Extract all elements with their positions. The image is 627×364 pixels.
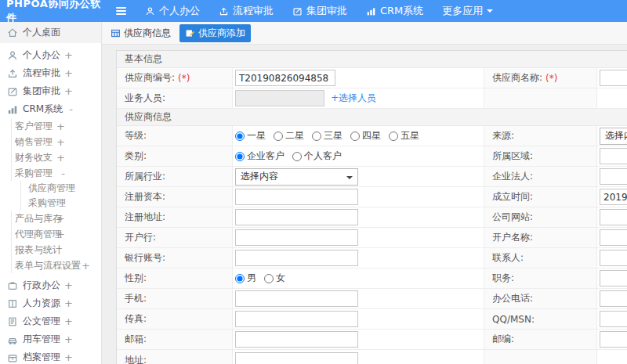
top-bar: PHPOA协同办公软件 个人办公 流程审批 集团审批 CRM系统 更多应用 (0, 0, 627, 22)
bank-account-input[interactable] (235, 250, 358, 266)
menu-process-approval[interactable]: 流程审批 (219, 4, 274, 18)
sidebar-item-supplier-mgmt[interactable]: 供应商管理 (20, 181, 101, 196)
radio-option[interactable]: 二星 (274, 129, 304, 142)
sidebar-item-reports[interactable]: 报表与统计 (11, 242, 101, 258)
expand-icon[interactable]: + (56, 213, 65, 225)
sidebar-item-agent-mgmt[interactable]: 代理商管理 + (11, 226, 101, 242)
expand-icon[interactable]: + (64, 351, 73, 363)
collapse-icon[interactable]: - (61, 168, 65, 179)
radio-option[interactable]: 女 (264, 272, 285, 285)
choose-person-link[interactable]: +选择人员 (331, 92, 376, 105)
field-label: 公司网站: (484, 207, 597, 227)
form-row: 等级: 一星 二星 三星 四星 五星 来源: 选择内容 (117, 126, 627, 146)
sidebar-item-crm-system[interactable]: CRM系统 - (0, 100, 101, 118)
sidebar-item-purchase-mgmt[interactable]: 采购管理 - (11, 165, 101, 181)
collapse-icon[interactable]: - (69, 103, 73, 115)
sidebar-item-personal-desktop[interactable]: 个人桌面 (0, 22, 101, 43)
account-name-input[interactable] (600, 229, 627, 246)
office-phone-input[interactable] (600, 290, 627, 307)
field-label: 开户行: (117, 228, 233, 247)
expand-icon[interactable]: + (64, 49, 73, 61)
radio-option[interactable]: 四星 (350, 129, 381, 142)
radio-input[interactable] (235, 132, 245, 141)
sidebar: 个人桌面 个人办公 + 流程审批 + 集团审批 + CRM系统 - 客户管理 +… (0, 22, 102, 364)
radio-input[interactable] (350, 132, 360, 141)
menu-group-approval[interactable]: 集团审批 (292, 4, 347, 18)
radio-option[interactable]: 男 (235, 272, 256, 285)
expand-icon[interactable]: + (64, 297, 73, 309)
tab-supplier-info[interactable]: 供应商信息 (105, 24, 176, 42)
supplier-name-input[interactable] (600, 70, 627, 86)
sidebar-item-purchase-sub[interactable]: 采购管理 (20, 196, 101, 211)
radio-option[interactable]: 三星 (312, 129, 342, 142)
expand-icon[interactable]: + (64, 333, 73, 345)
sidebar-item-finance[interactable]: 财务收支 + (11, 150, 101, 165)
expand-icon[interactable]: + (56, 152, 65, 164)
sidebar-item-process-approval[interactable]: 流程审批 + (0, 64, 101, 82)
menu-more-apps[interactable]: 更多应用 (442, 4, 493, 18)
expand-icon[interactable]: + (56, 136, 65, 148)
form-row: 银行账号: 联系人: (117, 248, 627, 268)
radio-option[interactable]: 一星 (235, 129, 266, 142)
registered-address-input[interactable] (235, 209, 358, 225)
sidebar-item-group-approval[interactable]: 集团审批 + (0, 82, 101, 100)
chart-icon (7, 104, 18, 115)
address-input[interactable] (235, 352, 358, 364)
radio-input[interactable] (292, 152, 302, 161)
empty-field-cell (597, 88, 627, 108)
region-input[interactable] (600, 148, 627, 164)
radio-input[interactable] (389, 132, 398, 141)
expand-icon[interactable]: + (56, 121, 65, 132)
expand-icon[interactable]: + (64, 67, 73, 79)
sidebar-item-customer-mgmt[interactable]: 客户管理 + (11, 118, 101, 134)
radio-input[interactable] (235, 152, 245, 161)
field-label: 传真: (117, 309, 233, 329)
postcode-input[interactable] (600, 331, 627, 348)
fax-input[interactable] (235, 311, 358, 327)
tab-supplier-add[interactable]: 供应商添加 (179, 24, 251, 42)
menu-crm-system[interactable]: CRM系统 (366, 4, 423, 18)
sidebar-item-product-inventory[interactable]: 产品与库存 + (11, 211, 101, 226)
menu-personal-office[interactable]: 个人办公 (145, 4, 200, 18)
radio-input[interactable] (312, 132, 321, 141)
form-row: 手机: 办公电话: (117, 289, 627, 309)
radio-option[interactable]: 个人客户 (292, 150, 342, 163)
radio-option[interactable]: 五星 (389, 129, 419, 142)
car-icon (7, 334, 18, 345)
sidebar-item-sales-mgmt[interactable]: 销售管理 + (11, 134, 101, 150)
sidebar-item-form-process-settings[interactable]: 表单与流程设置 + (11, 258, 101, 273)
field-label: 银行账号: (117, 248, 233, 268)
radio-option[interactable]: 企业客户 (235, 150, 285, 163)
sidebar-item-personal-office[interactable]: 个人办公 + (0, 46, 101, 64)
qq-msn-input[interactable] (600, 311, 627, 327)
sidebar-item-archive-mgmt[interactable]: 档案管理 + (0, 348, 101, 364)
hamburger-menu-icon[interactable] (116, 7, 126, 15)
position-input[interactable] (600, 270, 627, 287)
legal-person-input[interactable] (600, 168, 627, 185)
radio-input[interactable] (264, 274, 274, 283)
expand-icon[interactable]: + (82, 260, 90, 272)
expand-icon[interactable]: + (64, 315, 73, 327)
registered-capital-input[interactable] (235, 189, 358, 205)
process-icon (7, 68, 18, 79)
email-input[interactable] (235, 331, 358, 348)
expand-icon[interactable]: + (56, 229, 65, 240)
source-select[interactable]: 选择内容 (600, 128, 627, 145)
supplier-code-input[interactable] (235, 70, 335, 86)
website-input[interactable] (600, 209, 627, 225)
bank-input[interactable] (235, 229, 358, 246)
expand-icon[interactable]: + (64, 279, 73, 291)
industry-select[interactable]: 选择内容 (235, 168, 358, 186)
contact-input[interactable] (600, 250, 627, 266)
sidebar-item-admin-office[interactable]: 行政办公 + (0, 276, 101, 294)
business-person-input[interactable] (235, 90, 324, 106)
sidebar-item-document-mgmt[interactable]: 公文管理 + (0, 312, 101, 330)
mobile-input[interactable] (235, 290, 358, 307)
radio-input[interactable] (274, 132, 283, 141)
expand-icon[interactable]: + (64, 85, 73, 97)
sidebar-item-vehicle-mgmt[interactable]: 用车管理 + (0, 330, 101, 348)
radio-input[interactable] (235, 274, 245, 283)
empty-label-cell (484, 350, 597, 364)
established-date-input[interactable] (600, 189, 627, 205)
sidebar-item-hr[interactable]: 人力资源 + (0, 294, 101, 312)
